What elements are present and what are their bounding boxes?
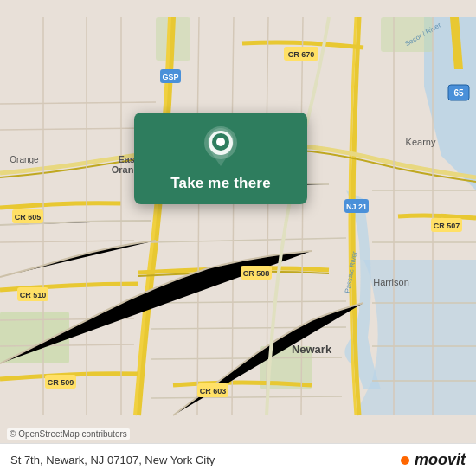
svg-text:CR 508: CR 508 [243, 269, 270, 278]
address-text: St 7th, Newark, NJ 07107, New York City [10, 453, 401, 466]
location-pin-icon [204, 126, 237, 166]
svg-text:CR 605: CR 605 [15, 213, 42, 222]
svg-text:Orange: Orange [10, 155, 39, 164]
svg-point-64 [216, 138, 225, 146]
svg-text:Newark: Newark [292, 343, 332, 356]
svg-text:Kearny: Kearny [406, 137, 436, 147]
moovit-logo: moovit [401, 451, 466, 469]
osm-credit: © OpenStreetMap contributors [7, 428, 130, 440]
take-me-there-button[interactable]: Take me there [170, 175, 271, 192]
svg-text:CR 507: CR 507 [434, 222, 460, 230]
svg-text:CR 509: CR 509 [48, 378, 74, 387]
svg-text:65: 65 [453, 88, 464, 98]
svg-text:NJ 21: NJ 21 [346, 203, 367, 211]
bottom-bar: St 7th, Newark, NJ 07107, New York City … [0, 443, 476, 476]
svg-text:CR 603: CR 603 [200, 387, 227, 396]
moovit-logo-text: moovit [415, 451, 466, 469]
moovit-dot [401, 456, 409, 465]
location-card: Take me there [134, 113, 307, 204]
map-background: CR 670 GSP NJ 21 CR 605 CR 507 CR 510 CR… [0, 0, 476, 476]
map-container: CR 670 GSP NJ 21 CR 605 CR 507 CR 510 CR… [0, 0, 476, 476]
svg-text:Harrison: Harrison [373, 277, 409, 287]
svg-text:CR 510: CR 510 [20, 291, 47, 299]
svg-text:GSP: GSP [162, 73, 178, 81]
svg-text:CR 670: CR 670 [288, 50, 315, 59]
